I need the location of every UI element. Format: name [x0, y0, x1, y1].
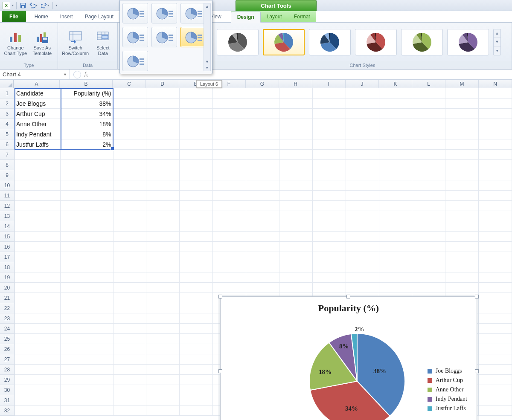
cell[interactable]	[313, 252, 346, 262]
cell[interactable]	[246, 160, 279, 170]
cell[interactable]	[113, 109, 147, 119]
cell[interactable]	[180, 88, 213, 98]
cell[interactable]	[412, 272, 445, 283]
cell[interactable]	[479, 232, 512, 242]
cell[interactable]	[113, 160, 147, 170]
worksheet[interactable]: ABCDEFGHIJKLMN 1CandidatePopularity (%)2…	[0, 80, 512, 416]
cell[interactable]	[15, 201, 61, 211]
cell[interactable]	[412, 283, 445, 293]
tab-insert[interactable]: Insert	[54, 11, 79, 22]
cell[interactable]	[313, 160, 346, 170]
cell[interactable]	[61, 150, 113, 160]
legend-item[interactable]: Joe Bloggs	[428, 368, 467, 374]
cell[interactable]	[146, 272, 180, 283]
cell[interactable]	[61, 293, 113, 303]
cell[interactable]	[379, 272, 413, 283]
gallery-scroll-up-icon[interactable]: ▲	[204, 3, 210, 9]
row-header[interactable]: 30	[0, 385, 15, 395]
cell[interactable]	[246, 170, 279, 180]
cell[interactable]	[113, 406, 147, 416]
cell[interactable]	[15, 293, 61, 303]
chart-layout-thumb[interactable]	[151, 3, 177, 23]
column-header[interactable]: K	[379, 80, 412, 88]
cell[interactable]	[146, 129, 180, 139]
row-header[interactable]: 10	[0, 180, 15, 191]
cell[interactable]	[180, 242, 213, 252]
cell[interactable]	[279, 232, 313, 242]
cell[interactable]	[146, 334, 180, 344]
cell[interactable]	[313, 221, 346, 232]
cell[interactable]	[213, 129, 246, 139]
row-header[interactable]: 31	[0, 395, 15, 406]
cell[interactable]	[379, 262, 413, 272]
cell[interactable]	[113, 150, 147, 160]
cell[interactable]	[180, 395, 213, 406]
row-header[interactable]: 3	[0, 109, 15, 119]
cell[interactable]	[113, 313, 147, 324]
cell[interactable]	[15, 232, 61, 242]
cell[interactable]	[146, 211, 180, 221]
cell[interactable]	[180, 324, 213, 334]
cell[interactable]	[15, 170, 61, 180]
cell[interactable]	[313, 150, 346, 160]
cell[interactable]	[146, 293, 180, 303]
cell[interactable]	[15, 334, 61, 344]
row-header[interactable]: 20	[0, 283, 15, 293]
tab-file[interactable]: File	[2, 11, 26, 22]
cell[interactable]	[180, 150, 213, 160]
row-header[interactable]: 27	[0, 354, 15, 365]
cell[interactable]	[15, 313, 61, 324]
change-chart-type-button[interactable]: Change Chart Type	[3, 28, 28, 55]
cell[interactable]	[146, 119, 180, 129]
cell[interactable]	[379, 139, 413, 150]
cell[interactable]	[479, 221, 512, 232]
cell[interactable]	[379, 180, 413, 191]
cell[interactable]	[412, 221, 445, 232]
row-header[interactable]: 9	[0, 170, 15, 180]
cell[interactable]	[279, 150, 313, 160]
cell[interactable]	[412, 150, 445, 160]
cell[interactable]	[146, 344, 180, 354]
cell[interactable]	[479, 406, 512, 416]
cell[interactable]	[346, 262, 379, 272]
cell[interactable]	[213, 150, 246, 160]
row-header[interactable]: 7	[0, 150, 15, 160]
cell[interactable]	[246, 201, 279, 211]
chart-styles-scroller[interactable]: ▲▼▾	[493, 29, 501, 55]
cell[interactable]	[313, 262, 346, 272]
row-header[interactable]: 4	[0, 119, 15, 129]
cell[interactable]	[313, 98, 346, 109]
cell[interactable]	[15, 272, 61, 283]
cell[interactable]: Candidate	[15, 88, 61, 98]
cell[interactable]	[61, 201, 113, 211]
cell[interactable]	[379, 150, 413, 160]
cell[interactable]	[15, 191, 61, 201]
cell[interactable]	[346, 252, 379, 262]
cell[interactable]	[213, 283, 246, 293]
row-header[interactable]: 19	[0, 272, 15, 283]
cell[interactable]	[15, 375, 61, 385]
cell[interactable]	[180, 221, 213, 232]
cell[interactable]	[180, 160, 213, 170]
cell[interactable]	[412, 119, 445, 129]
cell[interactable]	[146, 395, 180, 406]
row-header[interactable]: 1	[0, 88, 15, 98]
cell[interactable]	[412, 129, 445, 139]
cell[interactable]	[61, 283, 113, 293]
cell[interactable]	[379, 98, 413, 109]
cell[interactable]	[180, 180, 213, 191]
resize-handle[interactable]	[218, 295, 222, 298]
cell[interactable]	[113, 262, 147, 272]
excel-app-icon[interactable]: X	[3, 2, 10, 9]
cell[interactable]	[146, 88, 180, 98]
cell[interactable]	[61, 211, 113, 221]
cell[interactable]	[180, 283, 213, 293]
chart-title[interactable]: Popularity (%)	[221, 303, 477, 314]
cell[interactable]	[313, 283, 346, 293]
cell[interactable]	[146, 242, 180, 252]
cell[interactable]	[213, 262, 246, 272]
chart-legend[interactable]: Joe BloggsArthur CupAnne OtherIndy Penda…	[428, 365, 467, 414]
column-header[interactable]: N	[479, 80, 512, 88]
cell[interactable]	[346, 242, 379, 252]
cell[interactable]	[213, 139, 246, 150]
